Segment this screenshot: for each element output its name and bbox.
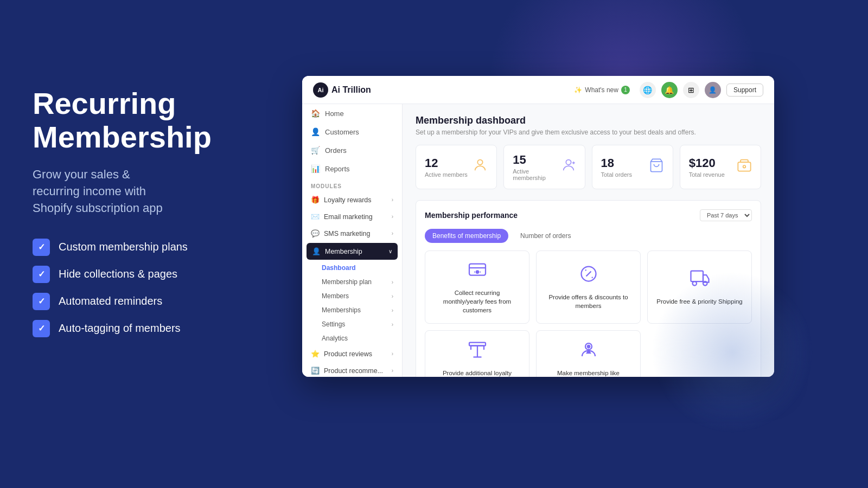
svg-rect-5	[738, 162, 750, 171]
sidebar-home-label: Home	[325, 110, 344, 118]
dashboard-title: Membership dashboard	[416, 115, 761, 126]
benefit-card-4: Provide additional loyalty points to mem…	[425, 330, 529, 377]
topbar: Ai Ai Trillion ✨ What's new 1 🌐 🔔 ⊞ 👤	[302, 76, 774, 104]
language-selector[interactable]: 🌐	[640, 82, 656, 98]
sidebar: 🏠 Home 👤 Customers 🛒 Orders 📊 Reports MO…	[302, 104, 403, 377]
recurring-fees-icon	[468, 260, 487, 283]
benefit-card-1: Collect recurring monthly/yearly fees fr…	[425, 251, 529, 324]
shipping-icon	[690, 268, 710, 292]
tab-bar: Benefits of membership Number of orders	[425, 229, 752, 243]
subnav-analytics[interactable]: Analytics	[302, 331, 402, 345]
svg-point-9	[476, 271, 478, 273]
check-icon-4: ✓	[33, 320, 50, 337]
benefit-grid: Collect recurring monthly/yearly fees fr…	[425, 251, 752, 377]
benefit-text-2: Provide offers & discounts to members	[545, 293, 631, 310]
benefit-card-2: Provide offers & discounts to members	[536, 251, 641, 324]
subnav-members[interactable]: Members ›	[302, 289, 402, 303]
benefit-text-3: Provide free & priority Shipping	[656, 297, 743, 306]
dashboard-area: Membership dashboard Set up a membership…	[403, 104, 774, 377]
stat-active-members-label: Active members	[425, 171, 468, 178]
user-avatar[interactable]: 👤	[705, 82, 721, 98]
sidebar-item-reports[interactable]: 📊 Reports	[302, 159, 402, 178]
stat-orders-label: Total orders	[601, 171, 632, 178]
notification-button[interactable]: 🔔	[661, 82, 678, 98]
sidebar-item-loyalty[interactable]: 🎁 Loyalty rewards ›	[302, 191, 402, 208]
prime-icon	[579, 340, 598, 363]
feature-text-2: Hide collections & pages	[59, 268, 177, 280]
recommend-icon: 🔄	[311, 367, 320, 375]
membership-subnav: Dashboard Membership plan › Members › Me…	[302, 261, 402, 345]
svg-point-6	[743, 165, 746, 168]
sidebar-item-email[interactable]: ✉️ Email marketing ›	[302, 208, 402, 225]
app-window: Ai Ai Trillion ✨ What's new 1 🌐 🔔 ⊞ 👤	[302, 76, 774, 377]
tab-benefits[interactable]: Benefits of membership	[425, 229, 508, 243]
feature-item-1: ✓ Custom membership plans	[33, 239, 266, 256]
benefit-text-5: Make membership like Amazon Prime & Netf…	[545, 369, 631, 377]
chevron-right-icon-5: ›	[392, 293, 393, 299]
home-icon: 🏠	[311, 109, 320, 118]
sms-icon: 💬	[311, 229, 320, 237]
check-icon-3: ✓	[33, 293, 50, 310]
period-selector[interactable]: Past 7 days	[700, 209, 752, 221]
chevron-right-icon-8: ›	[392, 351, 393, 357]
notification-badge: 1	[621, 86, 630, 94]
globe-icon: 🌐	[643, 86, 652, 94]
subnav-membership-plan[interactable]: Membership plan ›	[302, 275, 402, 289]
stat-active-members: 12 Active members	[416, 145, 497, 189]
sidebar-item-membership[interactable]: 👤 Membership ∨	[307, 243, 398, 260]
modules-section-label: MODULES	[302, 178, 402, 191]
benefit-card-5: Make membership like Amazon Prime & Netf…	[536, 330, 641, 377]
stats-row: 12 Active members 15 Active membership	[416, 145, 761, 189]
sidebar-recommend-label: Product recomme...	[324, 367, 383, 375]
subtitle: Grow your sales &recurring income withSh…	[33, 166, 266, 216]
logo-area: Ai Ai Trillion	[313, 82, 371, 98]
sidebar-item-reviews[interactable]: ⭐ Product reviews ›	[302, 345, 402, 362]
support-button[interactable]: Support	[726, 84, 763, 97]
feature-text-1: Custom membership plans	[59, 241, 188, 253]
benefit-card-3: Provide free & priority Shipping	[647, 251, 752, 324]
logo-icon: Ai	[313, 82, 328, 98]
svg-rect-12	[691, 271, 703, 282]
stat-orders-number: 18	[601, 156, 632, 170]
grid-icon: ⊞	[688, 86, 694, 94]
subnav-settings[interactable]: Settings ›	[302, 317, 402, 331]
reviews-icon: ⭐	[311, 350, 320, 358]
orders-icon: 🛒	[311, 146, 320, 155]
sidebar-item-home[interactable]: 🏠 Home	[302, 104, 402, 123]
subnav-dashboard[interactable]: Dashboard	[302, 261, 402, 275]
svg-rect-15	[469, 342, 486, 345]
membership-stat-icon	[561, 158, 576, 176]
stat-active-membership-number: 15	[513, 153, 560, 167]
svg-point-17	[587, 345, 590, 348]
whats-new-label: What's new	[585, 86, 618, 94]
sidebar-item-sms[interactable]: 💬 SMS marketing ›	[302, 225, 402, 242]
sparkle-icon: ✨	[574, 86, 582, 94]
benefit-text-4: Provide additional loyalty points to mem…	[434, 369, 520, 377]
membership-icon: 👤	[312, 247, 321, 255]
svg-point-0	[478, 160, 483, 165]
svg-point-13	[692, 281, 697, 286]
feature-item-4: ✓ Auto-tagging of members	[33, 320, 266, 337]
check-icon-1: ✓	[33, 239, 50, 256]
whats-new-button[interactable]: ✨ What's new 1	[570, 84, 634, 97]
svg-point-1	[566, 160, 571, 165]
sidebar-orders-label: Orders	[325, 146, 347, 155]
stat-total-revenue: $120 Total revenue	[680, 145, 761, 189]
loyalty-icon: 🎁	[311, 196, 320, 204]
check-icon-2: ✓	[33, 266, 50, 283]
sidebar-item-recommend[interactable]: 🔄 Product recomme... ›	[302, 362, 402, 377]
feature-text-4: Auto-tagging of members	[59, 322, 181, 335]
members-icon	[473, 158, 488, 176]
stat-total-orders: 18 Total orders	[592, 145, 673, 189]
grid-button[interactable]: ⊞	[683, 82, 699, 98]
sidebar-item-orders[interactable]: 🛒 Orders	[302, 141, 402, 159]
subnav-memberships[interactable]: Memberships ›	[302, 303, 402, 317]
tab-orders[interactable]: Number of orders	[513, 229, 578, 243]
avatar-icon: 👤	[709, 86, 717, 94]
email-icon: ✉️	[311, 213, 320, 221]
orders-stat-icon	[649, 158, 664, 176]
sidebar-item-customers[interactable]: 👤 Customers	[302, 123, 402, 141]
performance-header: Membership performance Past 7 days	[425, 209, 752, 221]
sidebar-sms-label: SMS marketing	[324, 230, 370, 237]
sidebar-membership-label: Membership	[325, 248, 362, 255]
